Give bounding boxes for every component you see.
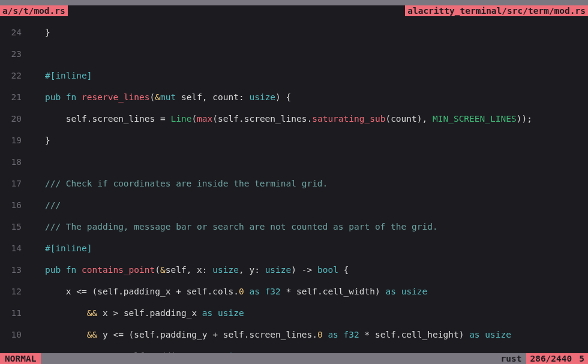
- line-number: 14: [0, 243, 24, 254]
- filetype-indicator: rust: [496, 353, 527, 364]
- code-line[interactable]: && x > self.padding_x as usize: [24, 308, 588, 318]
- title-bar-strip: [0, 0, 588, 5]
- column-position: 5: [575, 353, 588, 364]
- code-line[interactable]: #[inline]: [24, 243, 588, 254]
- code-line[interactable]: && y <= (self.padding_y + self.screen_li…: [24, 329, 588, 340]
- editor-viewport[interactable]: 24 } 23 22 #[inline] 21 pub fn reserve_l…: [0, 16, 588, 353]
- line-number: 12: [0, 286, 24, 297]
- code-line[interactable]: x <= (self.padding_x + self.cols.0 as f3…: [24, 286, 588, 297]
- line-number: 18: [0, 157, 24, 167]
- code-line[interactable]: self.screen_lines = Line(max(self.screen…: [24, 113, 588, 124]
- code-line[interactable]: [24, 49, 588, 59]
- line-number: 16: [0, 200, 24, 210]
- code-line[interactable]: }: [24, 27, 588, 38]
- buffer-header: a/s/t/mod.rs alacritty_terminal/src/term…: [0, 5, 588, 16]
- line-number: 13: [0, 264, 24, 275]
- code-line[interactable]: pub fn contains_point(&self, x: usize, y…: [24, 264, 588, 275]
- line-number: 11: [0, 308, 24, 318]
- line-number: 22: [0, 70, 24, 81]
- buffer-tab-short[interactable]: a/s/t/mod.rs: [0, 5, 68, 16]
- line-position: 286/2440: [526, 353, 575, 364]
- line-number: 20: [0, 113, 24, 124]
- line-number: 21: [0, 92, 24, 103]
- status-spacer: [41, 353, 496, 364]
- line-number: 19: [0, 135, 24, 146]
- status-line: NORMAL rust 286/2440 5: [0, 353, 588, 364]
- mode-indicator: NORMAL: [0, 353, 41, 364]
- line-number: 17: [0, 178, 24, 189]
- code-line[interactable]: [24, 157, 588, 167]
- code-line[interactable]: /// Check if coordinates are inside the …: [24, 178, 588, 189]
- code-line[interactable]: pub fn reserve_lines(&mut self, count: u…: [24, 92, 588, 103]
- code-line[interactable]: /// The padding, message bar or search a…: [24, 221, 588, 232]
- line-number: 23: [0, 49, 24, 59]
- line-number: 15: [0, 221, 24, 232]
- code-line[interactable]: ///: [24, 200, 588, 210]
- buffer-tab-full-path: alacritty_terminal/src/term/mod.rs: [405, 5, 588, 16]
- code-line[interactable]: #[inline]: [24, 70, 588, 81]
- line-number: 10: [0, 329, 24, 340]
- line-number: 24: [0, 27, 24, 38]
- code-line[interactable]: }: [24, 135, 588, 146]
